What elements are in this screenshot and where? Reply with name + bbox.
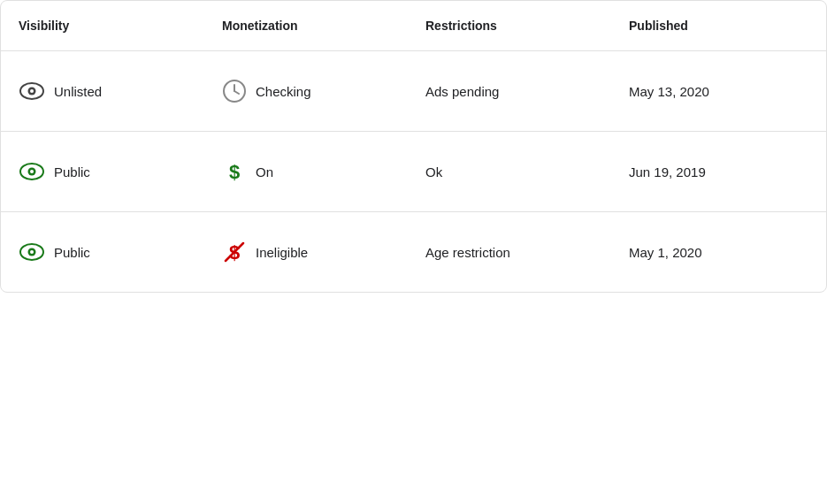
monetization-label: Checking: [256, 84, 311, 99]
monetization-label: On: [256, 164, 273, 179]
published-value: May 13, 2020: [629, 84, 709, 99]
header-published: Published: [611, 13, 815, 38]
header-monetization: Monetization: [204, 13, 408, 38]
restrictions-cell: Ok: [408, 164, 611, 179]
restrictions-value: Ok: [425, 164, 442, 179]
table-header: Visibility Monetization Restrictions Pub…: [1, 1, 826, 51]
svg-point-8: [30, 170, 34, 173]
visibility-label: Public: [54, 245, 90, 260]
restrictions-value: Ads pending: [425, 84, 499, 99]
table-row: Public $ Ineligible Age restriction May …: [1, 212, 826, 292]
published-cell: May 13, 2020: [611, 84, 815, 99]
header-visibility: Visibility: [1, 13, 204, 38]
video-table: Visibility Monetization Restrictions Pub…: [0, 0, 827, 293]
monetization-cell: $ Ineligible: [204, 240, 408, 264]
table-row: Unlisted Checking Ads pending May 13, 20…: [1, 51, 826, 132]
visibility-cell: Public: [1, 158, 204, 185]
header-restrictions: Restrictions: [408, 13, 611, 38]
published-value: Jun 19, 2019: [629, 164, 706, 179]
monetization-label: Ineligible: [256, 245, 308, 260]
svg-point-2: [30, 89, 34, 93]
monetization-cell: $ On: [204, 159, 408, 184]
published-cell: May 1, 2020: [611, 245, 815, 260]
eye-unlisted-icon: [19, 78, 45, 104]
published-cell: Jun 19, 2019: [611, 164, 815, 179]
restrictions-cell: Ads pending: [408, 84, 611, 99]
dollar-off-icon: $: [222, 240, 247, 264]
svg-point-12: [30, 250, 34, 254]
visibility-label: Unlisted: [54, 84, 102, 99]
monetization-cell: Checking: [204, 79, 408, 103]
eye-public-icon: [19, 158, 45, 185]
svg-line-5: [234, 91, 239, 94]
svg-text:$: $: [229, 161, 240, 183]
clock-icon: [222, 79, 247, 103]
restrictions-value: Age restriction: [425, 245, 510, 260]
visibility-cell: Public: [1, 239, 204, 265]
published-value: May 1, 2020: [629, 245, 702, 260]
eye-public-icon: [19, 239, 45, 265]
dollar-on-icon: $: [222, 159, 247, 184]
restrictions-cell: Age restriction: [408, 245, 611, 260]
visibility-label: Public: [54, 164, 90, 179]
visibility-cell: Unlisted: [1, 78, 204, 104]
table-row: Public $ On Ok Jun 19, 2019: [1, 132, 826, 212]
